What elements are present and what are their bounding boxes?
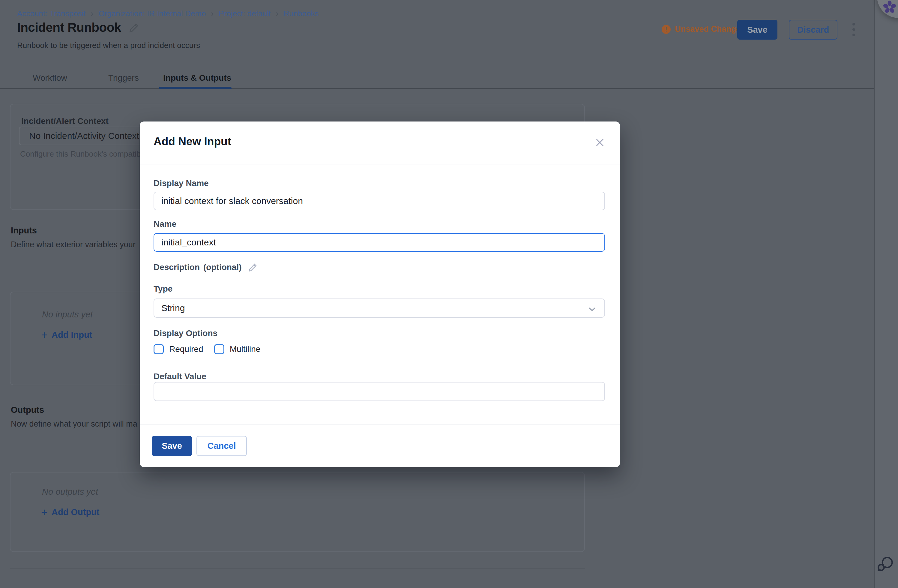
no-inputs-note: No inputs yet bbox=[42, 309, 93, 320]
multiline-option: Multiline bbox=[214, 344, 261, 354]
modal-cancel-button[interactable]: Cancel bbox=[197, 436, 247, 456]
page-title-row: Incident Runbook bbox=[17, 20, 139, 35]
description-row: Description (optional) bbox=[154, 263, 257, 272]
required-checkbox[interactable] bbox=[154, 344, 164, 354]
type-select-value: String bbox=[161, 303, 185, 313]
edit-title-pencil-icon[interactable] bbox=[129, 23, 139, 33]
modal-title: Add New Input bbox=[154, 135, 231, 148]
more-options-kebab-icon[interactable] bbox=[847, 23, 860, 38]
outputs-section-description: Now define what your script will ma bbox=[11, 419, 137, 429]
default-value-label: Default Value bbox=[154, 372, 206, 381]
inputs-section-title: Inputs bbox=[11, 226, 37, 236]
content-bottom-divider bbox=[10, 568, 585, 568]
breadcrumb-separator-icon: › bbox=[211, 8, 214, 19]
multiline-checkbox-label: Multiline bbox=[230, 345, 261, 354]
breadcrumb-account-link[interactable]: Account: Transposit bbox=[17, 9, 86, 18]
description-label: Description bbox=[154, 263, 200, 272]
tab-triggers[interactable]: Triggers bbox=[108, 73, 139, 83]
inputs-section-description: Define what exterior variables your bbox=[11, 240, 135, 249]
tab-inputs-outputs[interactable]: Inputs & Outputs bbox=[163, 73, 231, 83]
chevron-down-icon bbox=[587, 305, 597, 315]
outputs-card: No outputs yet + Add Output bbox=[10, 472, 585, 552]
outputs-section-title: Outputs bbox=[11, 405, 44, 415]
breadcrumb-separator-icon: › bbox=[91, 8, 93, 19]
page-subtitle: Runbook to be triggered when a prod inci… bbox=[17, 41, 200, 50]
name-label: Name bbox=[154, 219, 176, 229]
breadcrumb-project-link[interactable]: Project: default bbox=[218, 9, 271, 18]
tab-workflow[interactable]: Workflow bbox=[33, 73, 67, 83]
page-save-button[interactable]: Save bbox=[737, 20, 777, 40]
flower-logo-icon bbox=[883, 0, 897, 15]
default-value-input[interactable] bbox=[154, 382, 605, 401]
modal-footer-divider bbox=[140, 424, 620, 425]
breadcrumb: Account: Transposit › Organization: IR I… bbox=[17, 9, 318, 18]
name-input[interactable] bbox=[154, 233, 605, 252]
breadcrumb-separator-icon: › bbox=[276, 8, 278, 19]
plus-icon: + bbox=[41, 331, 48, 339]
close-icon[interactable] bbox=[593, 136, 606, 149]
modal-footer: Save Cancel bbox=[152, 436, 247, 456]
display-options-row: Required Multiline bbox=[154, 344, 260, 354]
edit-description-pencil-icon[interactable] bbox=[248, 263, 257, 272]
multiline-checkbox[interactable] bbox=[214, 344, 224, 354]
display-options-label: Display Options bbox=[154, 328, 217, 338]
plus-icon: + bbox=[41, 508, 48, 517]
modal-header-divider bbox=[140, 164, 620, 165]
warning-icon: ! bbox=[662, 25, 670, 34]
modal-save-button[interactable]: Save bbox=[152, 436, 192, 456]
display-name-input[interactable] bbox=[154, 192, 605, 210]
tab-bar: Workflow Triggers Inputs & Outputs bbox=[0, 66, 874, 89]
add-output-button[interactable]: + Add Output bbox=[41, 507, 99, 517]
required-checkbox-label: Required bbox=[169, 345, 203, 354]
page-discard-button[interactable]: Discard bbox=[789, 20, 837, 40]
type-select[interactable]: String bbox=[154, 299, 605, 318]
right-gutter bbox=[874, 0, 898, 588]
type-label: Type bbox=[154, 284, 172, 294]
add-output-label: Add Output bbox=[52, 507, 99, 517]
chat-help-icon[interactable] bbox=[876, 555, 893, 574]
add-input-button[interactable]: + Add Input bbox=[41, 330, 92, 340]
add-input-label: Add Input bbox=[52, 330, 92, 340]
description-optional-label: (optional) bbox=[203, 263, 242, 272]
app-window: Account: Transposit › Organization: IR I… bbox=[0, 0, 898, 588]
incident-context-label: Incident/Alert Context bbox=[21, 116, 109, 126]
display-name-label: Display Name bbox=[154, 179, 209, 188]
unsaved-changes-label: Unsaved Changes bbox=[675, 25, 745, 34]
context-select-value: No Incident/Activity Context bbox=[29, 131, 139, 141]
add-input-modal: Add New Input Display Name Name Descript… bbox=[140, 122, 620, 467]
page-title: Incident Runbook bbox=[17, 20, 121, 35]
unsaved-changes-badge: ! Unsaved Changes bbox=[662, 25, 745, 34]
active-tab-underline bbox=[159, 87, 232, 89]
no-outputs-note: No outputs yet bbox=[42, 487, 98, 497]
required-option: Required bbox=[154, 344, 203, 354]
context-helper-text: Configure this Runbook's compatibi bbox=[20, 149, 143, 159]
breadcrumb-organization-link[interactable]: Organization: IR Internal Demo bbox=[98, 9, 206, 18]
breadcrumb-runbooks-link[interactable]: Runbooks bbox=[283, 9, 318, 18]
